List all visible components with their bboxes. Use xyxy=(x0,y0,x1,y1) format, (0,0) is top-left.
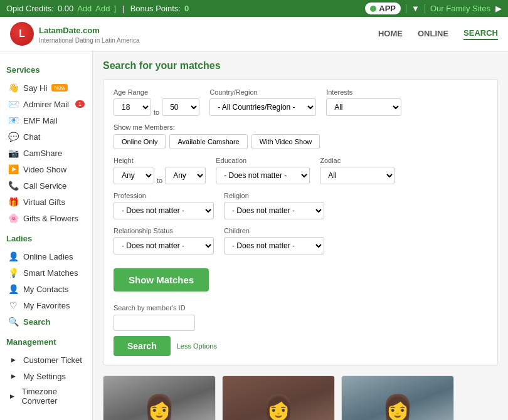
with-video-show-btn[interactable]: With Video Show xyxy=(251,134,320,149)
height-range: Any to Any xyxy=(114,167,206,184)
sidebar-item-call[interactable]: 📞 Call Service xyxy=(6,177,86,194)
member-id-input[interactable] xyxy=(114,315,195,331)
form-row-3: Profession - Does not matter - Religion … xyxy=(114,192,487,219)
sidebar-item-sayhi[interactable]: 👋 Say Hi New xyxy=(6,80,86,96)
search-form: Age Range 1819202530 to 5045403530 Count… xyxy=(103,79,498,365)
sidebar-item-flowers[interactable]: 🌸 Gifts & Flowers xyxy=(6,210,86,226)
photo-placeholder-valentina: 👩 xyxy=(223,376,334,420)
search-button[interactable]: Search xyxy=(114,336,171,356)
top-bar-right: APP ▼ Our Family Sites ▶ xyxy=(365,3,502,14)
height-group: Height Any to Any xyxy=(114,157,206,184)
sidebar-item-smart-matches[interactable]: 💡 Smart Matches xyxy=(6,265,86,281)
logo-text: LatamDate.com International Dating in La… xyxy=(39,23,140,45)
sidebar-item-online-ladies[interactable]: 👤 Online Ladies xyxy=(6,248,86,265)
sidebar-emf-label: EMF Mail xyxy=(23,116,58,125)
relationship-select[interactable]: - Does not matter - xyxy=(114,237,214,255)
dropdown-arrow-icon[interactable]: ▼ xyxy=(411,4,420,13)
country-select[interactable]: - All Countries/Region - xyxy=(209,98,316,116)
new-badge: New xyxy=(51,84,68,92)
sidebar-item-contacts[interactable]: 👤 My Contacts xyxy=(6,281,86,297)
age-range-label: Age Range xyxy=(114,88,199,96)
brand-date: Date xyxy=(63,26,80,35)
sidebar-settings-label: My Settings xyxy=(23,372,66,381)
sidebar-item-camshare[interactable]: 📷 CamShare xyxy=(6,145,86,161)
services-title: Services xyxy=(6,65,86,75)
education-select[interactable]: - Does not matter - xyxy=(216,167,310,184)
profile-photo-veronica: 👩 ONLINE xyxy=(103,376,215,420)
sidebar: Services 👋 Say Hi New ✉️ Admirer Mail 1 … xyxy=(0,51,93,420)
main-layout: Services 👋 Say Hi New ✉️ Admirer Mail 1 … xyxy=(0,51,508,420)
sidebar-item-chat[interactable]: 💬 Chat xyxy=(6,129,86,145)
sayhi-icon: 👋 xyxy=(8,82,19,93)
sidebar-item-ticket[interactable]: ▶ Customer Ticket xyxy=(6,352,86,368)
profile-card-valentina: 👩 ONLINE Valentina ID:L485785 Age: 27 👋S… xyxy=(222,375,335,420)
add-credits-inner[interactable]: Add xyxy=(95,4,110,13)
interests-label: Interests xyxy=(326,88,401,96)
sidebar-online-ladies-label: Online Ladies xyxy=(23,252,73,261)
gifts-icon: 🎁 xyxy=(8,196,19,207)
sidebar-item-search[interactable]: 🔍 Search xyxy=(6,313,86,330)
family-sites-link[interactable]: Our Family Sites xyxy=(430,4,490,13)
ticket-icon: ▶ xyxy=(8,354,19,365)
app-toggle[interactable]: APP xyxy=(365,3,401,14)
members-row: Show me Members: Online Only Available C… xyxy=(114,123,487,149)
top-bar-left: Opid Credits: 0.00 AddAdd] | Bonus Point… xyxy=(6,4,359,13)
tagline: International Dating in Latin America xyxy=(39,37,140,45)
admirer-icon: ✉️ xyxy=(8,98,19,110)
available-camshare-btn[interactable]: Available Camshare xyxy=(169,134,247,149)
online-only-btn[interactable]: Online Only xyxy=(114,134,166,149)
age-to-select[interactable]: 5045403530 xyxy=(162,98,199,116)
form-row-1: Age Range 1819202530 to 5045403530 Count… xyxy=(114,88,487,116)
photo-placeholder-veronica: 👩 xyxy=(103,376,215,420)
sidebar-item-videoshow[interactable]: ▶️ Video Show xyxy=(6,161,86,177)
sidebar-contacts-label: My Contacts xyxy=(23,285,68,294)
age-from-select[interactable]: 1819202530 xyxy=(114,98,151,116)
camshare-icon: 📷 xyxy=(8,147,19,159)
nav-online[interactable]: ONLINE xyxy=(418,29,448,39)
ladies-title: Ladies xyxy=(6,234,86,243)
videoshow-icon: ▶️ xyxy=(8,164,19,175)
sidebar-chat-label: Chat xyxy=(23,132,40,142)
show-matches-button[interactable]: Show Matches xyxy=(114,268,209,291)
zodiac-select[interactable]: All xyxy=(320,167,395,184)
country-label: Country/Region xyxy=(209,88,316,96)
sidebar-search-label: Search xyxy=(23,317,50,327)
sidebar-smart-matches-label: Smart Matches xyxy=(23,268,78,278)
height-to-select[interactable]: Any xyxy=(165,167,206,184)
profession-group: Profession - Does not matter - xyxy=(114,192,214,219)
profession-select[interactable]: - Does not matter - xyxy=(114,202,214,219)
sidebar-item-admirer[interactable]: ✉️ Admirer Mail 1 xyxy=(6,96,86,112)
logo-area: L LatamDate.com International Dating in … xyxy=(10,22,378,46)
sidebar-item-timezone[interactable]: ▶ Timezone Converter xyxy=(6,384,86,408)
height-from-select[interactable]: Any xyxy=(114,167,154,184)
form-row-2: Height Any to Any Education - Does xyxy=(114,157,487,184)
photo-placeholder-marilyn: 👩 xyxy=(342,376,453,420)
relationship-label: Relationship Status xyxy=(114,227,214,234)
search-by-id-section: Search by member's ID Search Less Option… xyxy=(114,304,487,356)
children-select[interactable]: - Does not matter - xyxy=(224,237,324,255)
divider2 xyxy=(425,4,425,13)
height-to-label: to xyxy=(157,177,162,184)
nav-search[interactable]: SEARCH xyxy=(463,28,498,40)
children-label: Children xyxy=(224,227,324,234)
interests-group: Interests All xyxy=(326,88,401,116)
sidebar-item-gifts[interactable]: 🎁 Virtual Gifts xyxy=(6,194,86,210)
children-group: Children - Does not matter - xyxy=(224,227,324,255)
nav-home[interactable]: HOME xyxy=(378,29,403,39)
sidebar-camshare-label: CamShare xyxy=(23,149,62,158)
family-sites-arrow[interactable]: ▶ xyxy=(495,4,502,13)
education-label: Education xyxy=(216,157,310,164)
religion-select[interactable]: - Does not matter - xyxy=(224,202,324,219)
bonus-value: 0 xyxy=(184,4,189,13)
sidebar-item-emf[interactable]: 📧 EMF Mail xyxy=(6,112,86,129)
flowers-icon: 🌸 xyxy=(8,213,19,224)
sidebar-item-favorites[interactable]: ♡ My Favorites xyxy=(6,297,86,313)
members-buttons: Online Only Available Camshare With Vide… xyxy=(114,134,487,149)
profile-photo-marilyn: 👩 ONLINE xyxy=(342,376,453,420)
interests-select[interactable]: All xyxy=(326,98,401,116)
sidebar-timezone-label: Timezone Converter xyxy=(21,387,85,406)
less-options-link[interactable]: Less Options xyxy=(177,342,217,350)
page-title: Search for your matches xyxy=(103,60,498,71)
add-credits-link[interactable]: Add xyxy=(77,4,92,13)
sidebar-item-settings[interactable]: ▶ My Settings xyxy=(6,368,86,384)
